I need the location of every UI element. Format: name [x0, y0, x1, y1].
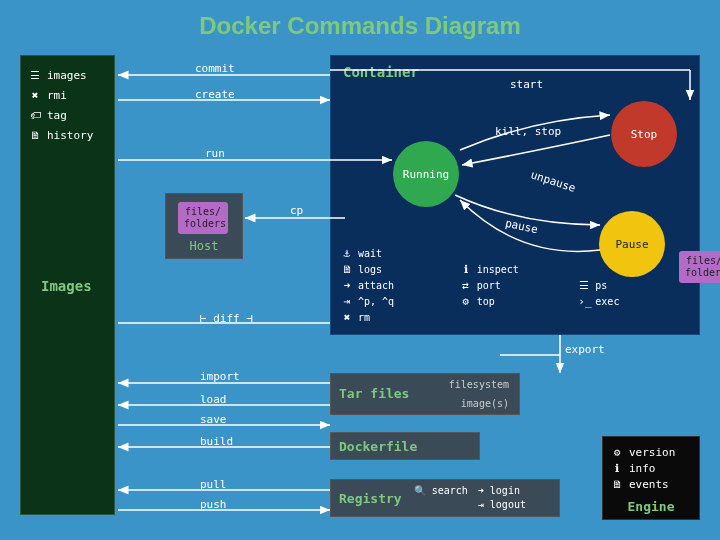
lbl-cp: cp [290, 204, 303, 217]
cmd-info: info [629, 461, 656, 477]
cmd-login: ➜ login [478, 484, 526, 498]
cmd-inspect: inspect [477, 262, 519, 278]
info-icon: ℹ [460, 262, 472, 278]
cmd-logout: ⇥ logout [478, 498, 526, 512]
lbl-pull: pull [200, 478, 227, 491]
tar-filesystem: filesystem [449, 379, 509, 390]
lbl-import: import [200, 370, 240, 383]
cmd-tag: tag [47, 106, 67, 126]
doc-icon: 🗎 [29, 126, 41, 146]
cmd-rmi: rmi [47, 86, 67, 106]
lbl-save: save [200, 413, 227, 426]
list-icon: ☰ [578, 278, 590, 294]
lbl-diff: ⊢ diff ⊣ [200, 312, 253, 325]
host-label: Host [166, 239, 242, 253]
cmd-rm: rm [358, 310, 370, 326]
cmd-top: top [477, 294, 495, 310]
cmd-ctrl-pq: ^p, ^q [358, 294, 394, 310]
info-icon: ℹ [611, 461, 623, 477]
tag-icon: 🏷 [29, 106, 41, 126]
cmd-attach: attach [358, 278, 394, 294]
cmd-ps: ps [595, 278, 607, 294]
doc-icon: 🗎 [611, 477, 623, 493]
registry-box: Registry 🔍 search ➜ login ⇥ logout [330, 479, 560, 517]
lbl-push: push [200, 498, 227, 511]
lbl-commit: commit [195, 62, 235, 75]
cmd-port: port [477, 278, 501, 294]
lbl-create: create [195, 88, 235, 101]
cmd-history: history [47, 126, 93, 146]
prompt-icon: ›_ [578, 294, 590, 310]
cmd-search: 🔍 search [414, 484, 468, 498]
cmd-images: images [47, 66, 87, 86]
files-folders-host: files/ folders [178, 202, 228, 234]
x-icon: ✖ [341, 310, 353, 326]
tar-label: Tar files [339, 386, 409, 401]
container-label: Container [343, 64, 419, 80]
x-icon: ✖ [29, 86, 41, 106]
container-commands: ⚓wait 🗎logs ℹinspect ➜attach ⇄port ☰ps ⇥… [341, 246, 689, 326]
cmd-version: version [629, 445, 675, 461]
images-command-list: ☰images ✖rmi 🏷tag 🗎history [21, 56, 114, 156]
state-stop: Stop [611, 101, 677, 167]
lbl-build: build [200, 435, 233, 448]
exit-icon: ⇥ [341, 294, 353, 310]
engine-label: Engine [611, 499, 691, 514]
anchor-icon: ⚓ [341, 246, 353, 262]
dockerfile-box: Dockerfile [330, 432, 480, 460]
state-running: Running [393, 141, 459, 207]
gear-icon: ⚙ [611, 445, 623, 461]
enter-icon: ➜ [341, 278, 353, 294]
registry-label: Registry [339, 491, 402, 506]
lbl-run: run [205, 147, 225, 160]
lbl-load: load [200, 393, 227, 406]
lbl-export: export [565, 343, 605, 356]
lbl-kill-stop: kill, stop [495, 125, 561, 138]
doc-icon: 🗎 [341, 262, 353, 278]
cmd-exec: exec [595, 294, 619, 310]
container-panel: Container Running Stop Pause files/ fold… [330, 55, 700, 335]
cmd-logs: logs [358, 262, 382, 278]
tar-images: image(s) [461, 398, 509, 409]
images-label: Images [41, 278, 92, 294]
swap-icon: ⇄ [460, 278, 472, 294]
list-icon: ☰ [29, 66, 41, 86]
tar-box: Tar files filesystem image(s) [330, 373, 520, 415]
diagram-title: Docker Commands Diagram [0, 12, 720, 40]
lbl-start: start [510, 78, 543, 91]
engine-box: ⚙version ℹinfo 🗎events Engine [602, 436, 700, 520]
gear-icon: ⚙ [460, 294, 472, 310]
images-panel: ☰images ✖rmi 🏷tag 🗎history Images [20, 55, 115, 515]
cmd-events: events [629, 477, 669, 493]
cmd-wait: wait [358, 246, 382, 262]
